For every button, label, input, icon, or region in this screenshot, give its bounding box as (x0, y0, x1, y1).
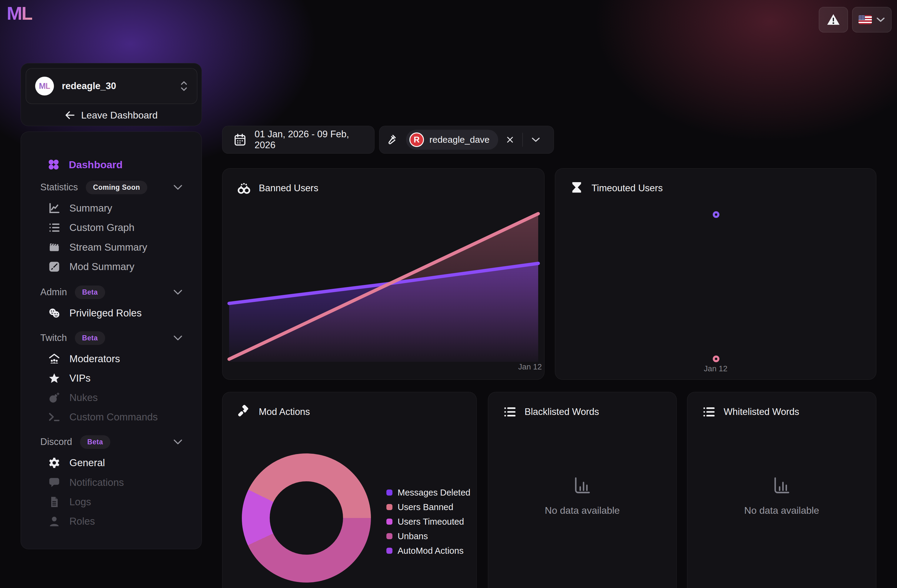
banned-users-line-chart (226, 204, 541, 365)
leave-dashboard-button[interactable]: Leave Dashboard (21, 106, 202, 124)
nav-item-label: Custom Graph (69, 222, 135, 233)
sidebar-item-custom-commands[interactable]: Custom Commands (21, 408, 202, 426)
calendar-icon (234, 133, 246, 146)
us-flag-icon (859, 15, 872, 24)
chevron-down-icon (173, 439, 183, 445)
gear-icon (47, 456, 61, 470)
legend-label: Users Timeouted (398, 517, 464, 527)
beta-badge: Beta (75, 285, 105, 299)
section-label: Discord (40, 436, 72, 447)
nav-item-label: General (69, 457, 105, 469)
chevron-down-icon[interactable] (531, 137, 540, 143)
legend-label: Users Banned (398, 502, 453, 512)
sidebar-item-summary[interactable]: Summary (21, 199, 202, 217)
card-title: Banned Users (259, 183, 318, 194)
dashboard-label: Dashboard (69, 159, 123, 171)
gavel-icon (237, 405, 251, 419)
nav-item-label: Notifications (69, 477, 124, 488)
card-title: Whitelisted Words (724, 406, 799, 417)
purple-area-fill (229, 263, 538, 362)
moderator-pill[interactable]: R redeagle_dave (406, 130, 498, 150)
selected-user-name: redeagle_30 (62, 81, 116, 92)
legend-item: Users Banned (386, 500, 470, 514)
x-axis-tick-label: Jan 12 (518, 362, 542, 372)
person-icon (47, 514, 61, 528)
document-icon (47, 495, 61, 508)
card-title: Mod Actions (259, 406, 310, 417)
chevron-up-down-icon (180, 80, 188, 92)
legend-swatch (386, 490, 392, 496)
sidebar-navigation: Dashboard Statistics Coming Soon Summary… (21, 132, 202, 549)
section-statistics[interactable]: Statistics Coming Soon (21, 179, 202, 196)
dashboard-grid-icon (47, 158, 60, 171)
alerts-button[interactable] (819, 7, 848, 32)
sidebar-item-privileged-roles[interactable]: Privileged Roles (21, 304, 202, 322)
nav-item-label: Stream Summary (69, 242, 147, 253)
theater-masks-icon (47, 306, 61, 320)
legend-swatch (386, 548, 392, 554)
section-label: Admin (40, 287, 67, 298)
legend-label: Unbans (398, 531, 428, 541)
sidebar-item-stream-summary[interactable]: Stream Summary (21, 239, 202, 256)
nav-item-label: Roles (69, 516, 95, 527)
user-card: ML redeagle_30 Leave Dashboard (21, 63, 202, 126)
donut-hole (270, 481, 343, 555)
mod-actions-donut-chart[interactable] (242, 453, 371, 583)
sidebar-item-custom-graph[interactable]: Custom Graph (21, 219, 202, 236)
warning-triangle-icon (827, 13, 840, 26)
chevron-down-icon (173, 289, 183, 295)
sidebar-item-logs[interactable]: Logs (21, 493, 202, 511)
bar-chart-icon (572, 476, 592, 496)
arrow-left-icon (65, 111, 75, 119)
sidebar-item-nukes[interactable]: Nukes (21, 389, 202, 406)
whitelisted-words-card: Whitelisted Words No data available (687, 392, 876, 588)
nav-item-label: Privileged Roles (69, 307, 141, 319)
card-title: Timeouted Users (592, 183, 663, 194)
legend-item: Unbans (386, 529, 470, 544)
list-icon (47, 221, 61, 234)
sidebar-item-moderators[interactable]: Moderators (21, 350, 202, 368)
card-title: Blacklisted Words (525, 406, 599, 417)
sidebar-item-roles[interactable]: Roles (21, 513, 202, 530)
section-twitch[interactable]: Twitch Beta (21, 329, 202, 346)
moderator-name: redeagle_dave (429, 135, 490, 145)
hourglass-icon (570, 181, 584, 195)
bomb-icon (47, 391, 61, 404)
beta-badge: Beta (75, 331, 105, 345)
legend-swatch (386, 533, 392, 539)
moderator-filter[interactable]: R redeagle_dave (379, 126, 554, 154)
legend-item: Users Timeouted (386, 514, 470, 529)
sidebar-item-general[interactable]: General (21, 454, 202, 472)
chat-bubble-icon (47, 476, 61, 489)
section-label: Twitch (40, 332, 67, 343)
legend-item: AutoMod Actions (386, 544, 470, 558)
nav-item-label: Custom Commands (69, 411, 158, 423)
close-icon[interactable] (506, 136, 514, 144)
legend-swatch (386, 504, 392, 510)
scatter-point-pink[interactable] (713, 355, 719, 362)
avatar: ML (35, 77, 54, 95)
nav-item-label: Nukes (69, 392, 98, 403)
legend-label: AutoMod Actions (398, 546, 464, 556)
bar-chart-icon (772, 476, 792, 496)
section-admin[interactable]: Admin Beta (21, 284, 202, 301)
mod-actions-card: Mod Actions Messages Deleted Users Banne… (222, 392, 477, 588)
timeouted-users-card: Timeouted Users Jan 12 (555, 168, 876, 380)
sidebar-item-dashboard[interactable]: Dashboard (21, 155, 202, 174)
empty-state: No data available (488, 476, 677, 516)
scatter-point-purple[interactable] (713, 211, 719, 218)
chart-line-icon (47, 202, 61, 215)
date-range-value: 01 Jan, 2026 - 09 Feb, 2026 (254, 129, 363, 151)
sidebar-item-notifications[interactable]: Notifications (21, 474, 202, 491)
sword-icon (47, 260, 61, 273)
language-selector[interactable] (852, 7, 892, 32)
section-discord[interactable]: Discord Beta (21, 433, 202, 450)
dashboard-user-selector[interactable]: ML redeagle_30 (26, 68, 197, 104)
empty-state: No data available (687, 476, 876, 516)
sidebar-item-mod-summary[interactable]: Mod Summary (21, 258, 202, 276)
date-range-filter[interactable]: 01 Jan, 2026 - 09 Feb, 2026 (222, 126, 375, 154)
sidebar-item-vips[interactable]: VIPs (21, 369, 202, 387)
clapperboard-icon (47, 240, 61, 254)
section-label: Statistics (40, 182, 78, 193)
people-home-icon (47, 352, 61, 366)
